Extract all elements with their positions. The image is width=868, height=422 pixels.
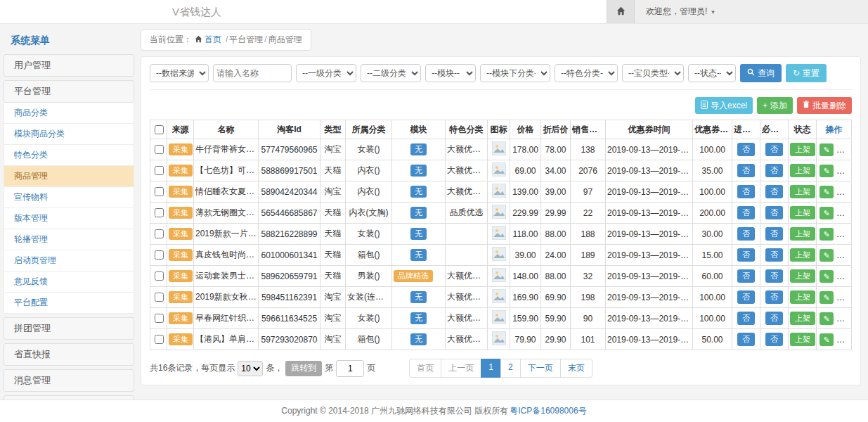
row-checkbox[interactable] (155, 314, 164, 323)
must-buy-toggle[interactable]: 否 (765, 227, 783, 240)
edit-button[interactable]: ✎ (820, 270, 834, 283)
edit-button[interactable]: ✎ (820, 207, 834, 219)
row-checkbox[interactable] (155, 229, 164, 238)
must-buy-toggle[interactable]: 否 (765, 164, 783, 177)
import-select-toggle[interactable]: 否 (737, 333, 755, 345)
cell-checkbox (150, 224, 167, 245)
sidebar-item-13[interactable]: 拼团管理 (4, 317, 134, 340)
jump-page-input[interactable] (336, 360, 364, 377)
sidebar-item-1[interactable]: 用户管理 (4, 54, 134, 77)
import-select-toggle[interactable]: 否 (737, 185, 755, 198)
must-buy-toggle[interactable]: 否 (765, 206, 783, 219)
import-select-toggle[interactable]: 否 (737, 312, 755, 324)
home-button[interactable] (607, 0, 635, 23)
sidebar-item-3[interactable]: 商品分类 (4, 103, 134, 124)
row-checkbox[interactable] (155, 145, 164, 154)
row-checkbox[interactable] (155, 271, 164, 281)
row-checkbox[interactable] (155, 335, 164, 344)
import-select-toggle[interactable]: 否 (737, 248, 755, 261)
import-excel-button[interactable]: 导入excel (695, 97, 753, 114)
status-toggle[interactable]: 上架 (790, 290, 815, 303)
page-button-上一页[interactable]: 上一页 (441, 359, 481, 378)
breadcrumb-home-link[interactable]: 首页 (195, 34, 221, 46)
page-button-末页[interactable]: 末页 (560, 359, 592, 378)
user-menu[interactable]: 欢迎您，管理员! ▾ (635, 0, 868, 23)
sidebar-item-11[interactable]: 意见反馈 (4, 271, 134, 293)
edit-button[interactable]: ✎ (820, 143, 834, 156)
status-select[interactable]: --状态-- (688, 64, 736, 82)
status-toggle[interactable]: 上架 (790, 248, 815, 261)
cell-taoke-id: 565446685867 (259, 203, 320, 224)
sidebar-item-7[interactable]: 宣传物料 (4, 187, 134, 208)
row-checkbox[interactable] (155, 208, 164, 217)
sidebar-item-10[interactable]: 启动页管理 (4, 250, 134, 271)
status-toggle[interactable]: 上架 (790, 269, 815, 282)
sidebar-item-12[interactable]: 平台配置 (4, 293, 134, 314)
module-select[interactable]: --模块-- (425, 64, 476, 82)
edit-button[interactable]: ✎ (820, 333, 834, 346)
sidebar-title: 系统菜单 (4, 29, 134, 54)
edit-button[interactable]: ✎ (820, 291, 834, 304)
add-button[interactable]: + 添加 (757, 97, 793, 114)
import-select-toggle[interactable]: 否 (737, 290, 755, 303)
select-all-checkbox[interactable] (155, 125, 164, 134)
status-toggle[interactable]: 上架 (790, 185, 815, 198)
status-toggle[interactable]: 上架 (790, 143, 815, 155)
edit-button[interactable]: ✎ (820, 165, 834, 177)
must-buy-toggle[interactable]: 否 (765, 248, 783, 261)
import-select-toggle[interactable]: 否 (737, 227, 755, 240)
must-buy-toggle[interactable]: 否 (765, 269, 783, 282)
page-button-首页[interactable]: 首页 (409, 359, 441, 378)
data-source-select[interactable]: --数据来源-- (150, 64, 209, 82)
page-button-2[interactable]: 2 (500, 359, 521, 378)
sidebar-item-8[interactable]: 版本管理 (4, 208, 134, 229)
status-toggle[interactable]: 上架 (790, 333, 815, 345)
cell-module: 无 (392, 139, 446, 160)
sidebar-item-15[interactable]: 消息管理 (4, 369, 134, 392)
must-buy-toggle[interactable]: 否 (765, 333, 783, 345)
cell-source: 采集 (167, 139, 194, 160)
row-checkbox[interactable] (155, 166, 164, 175)
feature-category-select[interactable]: --特色分类-- (555, 64, 618, 82)
must-buy-toggle[interactable]: 否 (765, 185, 783, 198)
level2-category-select[interactable]: --二级分类-- (361, 64, 421, 82)
import-select-toggle[interactable]: 否 (737, 206, 755, 219)
must-buy-toggle[interactable]: 否 (765, 290, 783, 303)
icp-link[interactable]: 粤ICP备16098006号 (510, 405, 586, 417)
batch-delete-button[interactable]: 批量删除 (797, 97, 852, 114)
per-page-select[interactable]: 10 (238, 361, 263, 376)
row-checkbox[interactable] (155, 293, 164, 302)
import-select-toggle[interactable]: 否 (737, 164, 755, 177)
sidebar-item-5[interactable]: 特色分类 (4, 145, 134, 166)
status-toggle[interactable]: 上架 (790, 227, 815, 240)
column-header-7: 模块 (392, 120, 446, 139)
page-button-1[interactable]: 1 (481, 359, 501, 378)
edit-button[interactable]: ✎ (820, 228, 834, 241)
column-header-3: 名称 (194, 120, 259, 139)
must-buy-toggle[interactable]: 否 (765, 143, 783, 155)
status-toggle[interactable]: 上架 (790, 312, 815, 324)
jump-button[interactable]: 跳转到 (285, 361, 322, 376)
row-checkbox[interactable] (155, 250, 164, 260)
sidebar-item-14[interactable]: 省直快报 (4, 343, 134, 366)
query-button[interactable]: 查询 (740, 64, 782, 82)
must-buy-toggle[interactable]: 否 (765, 312, 783, 324)
import-select-toggle[interactable]: 否 (737, 143, 755, 155)
status-toggle[interactable]: 上架 (790, 206, 815, 219)
edit-button[interactable]: ✎ (820, 186, 834, 198)
sidebar-item-6[interactable]: 商品管理 (4, 166, 134, 187)
level1-category-select[interactable]: --一级分类-- (296, 64, 356, 82)
import-select-toggle[interactable]: 否 (737, 269, 755, 282)
sidebar-item-4[interactable]: 模块商品分类 (4, 124, 134, 145)
module-sub-category-select[interactable]: --模块下分类-- (480, 64, 550, 82)
item-type-select[interactable]: --宝贝类型-- (622, 64, 684, 82)
status-toggle[interactable]: 上架 (790, 164, 815, 177)
edit-button[interactable]: ✎ (820, 312, 834, 325)
name-input[interactable] (213, 64, 292, 82)
page-button-下一页[interactable]: 下一页 (520, 359, 561, 378)
sidebar-item-9[interactable]: 轮播管理 (4, 229, 134, 250)
row-checkbox[interactable] (155, 187, 164, 196)
reset-button[interactable]: ↻ 重置 (786, 64, 827, 82)
edit-button[interactable]: ✎ (820, 249, 834, 262)
sidebar-item-2[interactable]: 平台管理 (4, 80, 134, 103)
